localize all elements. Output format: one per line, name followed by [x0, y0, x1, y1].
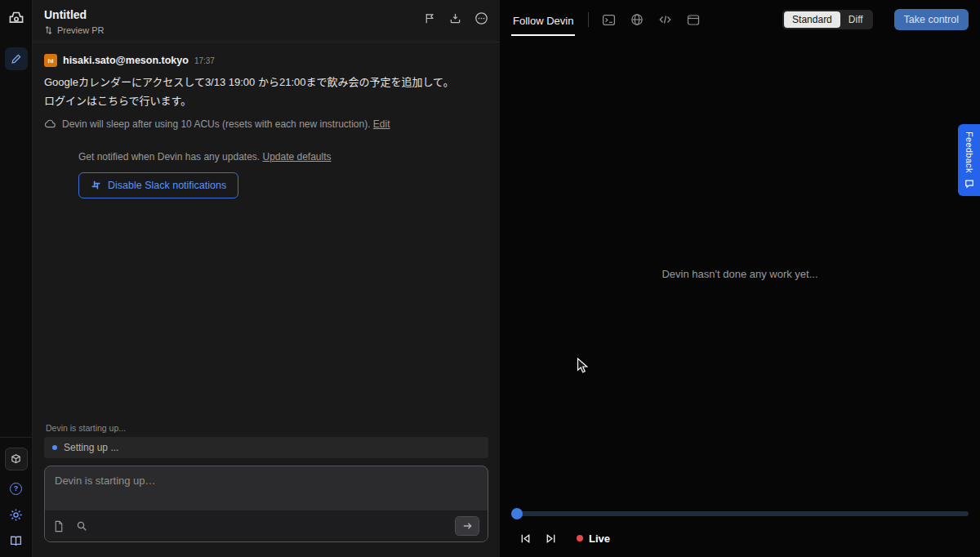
message-line-2: ログインはこちらで行います。: [44, 92, 488, 111]
session-title: Untitled: [44, 8, 104, 21]
machine-icon: [10, 453, 22, 466]
status-dot: [52, 445, 57, 450]
setting-up-banner[interactable]: Setting up ...: [44, 437, 488, 458]
docs-book-icon: [9, 534, 23, 548]
disable-slack-button[interactable]: Disable Slack notifications: [78, 172, 238, 198]
browser-icon[interactable]: [687, 14, 700, 26]
settings-gear-icon: [9, 508, 23, 522]
app-window: Untitled Preview PR: [0, 0, 980, 557]
workspace-panel: Follow Devin: [500, 0, 980, 557]
feedback-label: Feedback: [964, 131, 974, 173]
timeline-playhead[interactable]: [511, 508, 523, 519]
message-input[interactable]: [45, 466, 488, 510]
code-icon[interactable]: [658, 14, 672, 25]
send-button[interactable]: [455, 516, 479, 536]
topbar-divider: [588, 12, 589, 27]
setting-up-label: Setting up ...: [64, 442, 118, 453]
search-icon[interactable]: [76, 520, 87, 532]
session-timeline: [511, 508, 969, 519]
skip-forward-icon[interactable]: [545, 532, 557, 545]
message-composer: [44, 466, 488, 542]
workspace-view-icons: [602, 13, 700, 26]
chat-bottom: Devin is starting up... Setting up ...: [33, 423, 500, 557]
message-body: Googleカレンダーにアクセスして3/13 19:00 から21:00まで飲み…: [44, 74, 488, 111]
toggle-standard[interactable]: Standard: [784, 11, 840, 28]
timeline-track[interactable]: [511, 511, 969, 516]
live-button[interactable]: Live: [577, 532, 610, 545]
preview-pr-button[interactable]: Preview PR: [44, 25, 104, 35]
skip-back-icon[interactable]: [519, 532, 532, 545]
header-actions: [424, 8, 488, 25]
user-avatar: hi: [44, 54, 57, 67]
globe-icon[interactable]: [630, 13, 644, 26]
cloud-icon: [44, 118, 56, 129]
live-dot: [577, 535, 583, 541]
flag-icon[interactable]: [424, 12, 436, 25]
help-icon: [10, 483, 22, 495]
notify-text: Get notified when Devin has any updates.: [78, 151, 260, 163]
help-button[interactable]: [8, 480, 24, 497]
message-line-1: Googleカレンダーにアクセスして3/13 19:00 から21:00まで飲み…: [44, 74, 488, 92]
update-defaults-link[interactable]: Update defaults: [262, 151, 331, 163]
rail-bottom-group: [0, 437, 32, 549]
send-arrow-icon: [462, 521, 473, 531]
composer-toolbar: [45, 510, 488, 541]
playback-controls: Live: [500, 519, 980, 557]
acu-note-row: Devin will sleep after using 10 ACUs (re…: [44, 118, 488, 130]
slack-icon: [91, 180, 101, 190]
chat-header: Untitled Preview PR: [33, 0, 500, 42]
machine-button[interactable]: [5, 448, 28, 470]
tab-follow-devin[interactable]: Follow Devin: [511, 4, 575, 36]
message-sender: hisaki.sato@meson.tokyo: [63, 55, 189, 66]
chat-panel: Untitled Preview PR: [33, 0, 500, 557]
attach-file-icon[interactable]: [53, 520, 65, 532]
message-time: 17:37: [194, 56, 215, 65]
terminal-icon[interactable]: [602, 14, 616, 26]
acu-edit-link[interactable]: Edit: [373, 118, 390, 130]
message-header: hi hisaki.sato@meson.tokyo 17:37: [44, 54, 488, 67]
pencil-icon: [11, 53, 22, 65]
devin-logo-icon[interactable]: [6, 7, 27, 28]
feedback-tab[interactable]: Feedback: [958, 124, 980, 196]
pr-arrows-icon: [44, 25, 53, 35]
cursor-pointer: [577, 358, 589, 374]
notifications-block: Get notified when Devin has any updates.…: [78, 151, 488, 198]
toggle-diff[interactable]: Diff: [840, 11, 871, 28]
disable-slack-label: Disable Slack notifications: [108, 180, 226, 191]
settings-button[interactable]: [8, 506, 24, 523]
save-archive-icon[interactable]: [449, 12, 461, 25]
acu-note-text: Devin will sleep after using 10 ACUs (re…: [62, 118, 371, 130]
feedback-bubble-icon: [964, 179, 974, 189]
more-options-icon[interactable]: [474, 11, 488, 25]
empty-state-text: Devin hasn't done any work yet...: [662, 268, 817, 280]
startup-status-text: Devin is starting up...: [46, 423, 488, 433]
new-session-button[interactable]: [5, 47, 28, 70]
sidebar-rail: [0, 0, 33, 557]
preview-pr-label: Preview PR: [57, 25, 104, 35]
live-label: Live: [589, 532, 610, 545]
take-control-button[interactable]: Take control: [894, 9, 969, 30]
docs-button[interactable]: [8, 532, 24, 549]
view-mode-toggle: Standard Diff: [782, 10, 873, 29]
workspace-viewport: Devin hasn't done any work yet...: [500, 39, 980, 508]
workspace-topbar: Follow Devin: [500, 0, 980, 39]
chat-messages: hi hisaki.sato@meson.tokyo 17:37 Googleカ…: [33, 42, 500, 423]
